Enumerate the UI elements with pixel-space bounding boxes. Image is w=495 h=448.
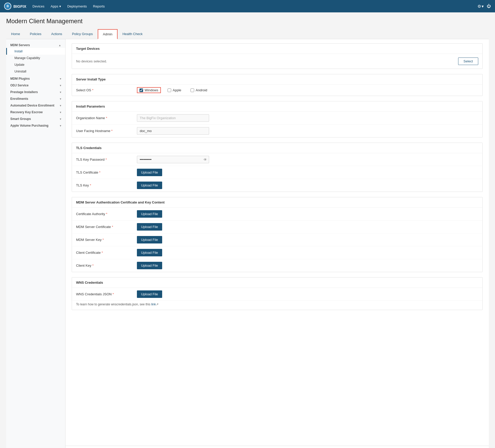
sidebar: MDM Servers ▲ Install Manage Capability … (6, 39, 65, 448)
sidebar-section-label: ODJ Service (10, 84, 29, 87)
target-devices-section: Target Devices No devices selected. Sele… (72, 43, 483, 69)
tls-credentials-title: TLS Credentials (72, 143, 482, 153)
sidebar-section-enrollments[interactable]: Enrollments ▾ (6, 95, 65, 102)
tab-admin[interactable]: Admin (98, 29, 118, 39)
windows-checkbox[interactable] (139, 88, 143, 92)
tab-policy-groups[interactable]: Policy Groups (67, 29, 98, 39)
cert-authority-upload-button[interactable]: Upload File (137, 210, 162, 218)
wns-link[interactable]: link (151, 303, 156, 306)
logo-icon: B (4, 3, 11, 10)
sidebar-section-automated-device-enrollment[interactable]: Automated Device Enrollment ▾ (6, 102, 65, 108)
mdm-server-cert-upload-button[interactable]: Upload File (137, 223, 162, 231)
sidebar-item-uninstall[interactable]: Uninstall (6, 68, 65, 75)
client-cert-upload-button[interactable]: Upload File (137, 249, 162, 256)
tab-home[interactable]: Home (6, 29, 25, 39)
required-marker: * (92, 88, 93, 92)
wns-note-area: To learn how to generate wnscredentials.… (72, 301, 482, 310)
select-os-label: Select OS * (76, 88, 133, 92)
sidebar-section-label: MDM Servers (10, 43, 30, 47)
page-title: Modern Client Management (6, 18, 489, 25)
chevron-down-icon: ▾ (60, 97, 61, 100)
select-os-row: Select OS * Windows Apple (72, 85, 482, 96)
main-layout: MDM Servers ▲ Install Manage Capability … (6, 39, 489, 448)
tls-key-password-input[interactable] (137, 156, 209, 163)
select-devices-button[interactable]: Select (458, 58, 478, 65)
apple-checkbox[interactable] (168, 88, 171, 92)
mdm-auth-section: MDM Server Authentication Certificate an… (72, 197, 483, 272)
os-options: Windows Apple Android (137, 87, 210, 93)
nav-right: ⚙▾ ⏻ (477, 4, 491, 9)
sidebar-section-label: MDM Plugins (10, 77, 30, 80)
nav-devices[interactable]: Devices (32, 4, 44, 8)
nav-deployments[interactable]: Deployments (67, 4, 87, 8)
cert-authority-label: Certificate Authority * (76, 212, 133, 216)
tls-certificate-row: TLS Certificate * Upload File (72, 166, 482, 179)
mdm-server-key-label: MDM Server Key * (76, 238, 133, 242)
sidebar-item-manage-capability[interactable]: Manage Capability (6, 55, 65, 61)
target-devices-title: Target Devices (72, 44, 482, 54)
mdm-server-key-upload-button[interactable]: Upload File (137, 236, 162, 243)
mdm-auth-title: MDM Server Authentication Certificate an… (72, 197, 482, 208)
sidebar-section-label: Prestage Installers (10, 90, 38, 94)
chevron-down-icon: ▾ (60, 104, 61, 107)
client-key-row: Client Key * Upload File (72, 259, 482, 272)
sidebar-item-install[interactable]: Install (6, 48, 65, 55)
wns-credentials-title: WNS Credentials (72, 278, 482, 288)
client-key-label: Client Key * (76, 264, 133, 267)
sidebar-section-smart-groups[interactable]: Smart Groups ▾ (6, 115, 65, 122)
cert-authority-row: Certificate Authority * Upload File (72, 208, 482, 221)
tls-key-upload-button[interactable]: Upload File (137, 182, 162, 189)
hostname-input[interactable] (137, 127, 209, 135)
sidebar-section-apple-volume-purchasing[interactable]: Apple Volume Purchasing ▾ (6, 122, 65, 128)
client-key-upload-button[interactable]: Upload File (137, 262, 162, 269)
toggle-password-icon[interactable]: 👁 (203, 158, 207, 162)
sidebar-section-label: Automated Device Enrollment (10, 104, 54, 107)
apps-dropdown-icon: ▾ (59, 4, 61, 8)
sidebar-section-label: Recovery Key Escrow (10, 110, 43, 114)
install-parameters-section: Install Parameters Organization Name * U… (72, 101, 483, 137)
settings-icon[interactable]: ⚙▾ (477, 4, 484, 9)
mdm-server-cert-row: MDM Server Certificate * Upload File (72, 221, 482, 233)
topnav: B BIGFIX Devices Apps ▾ Deployments Repo… (0, 0, 495, 12)
sidebar-section-label: Apple Volume Purchasing (10, 124, 48, 127)
os-option-windows[interactable]: Windows (137, 87, 161, 93)
no-devices-label: No devices selected. (76, 59, 107, 63)
tab-bar: Home Policies Actions Policy Groups Admi… (6, 29, 489, 39)
mdm-server-key-row: MDM Server Key * Upload File (72, 233, 482, 246)
tls-key-label: TLS Key * (76, 183, 133, 187)
server-install-type-title: Server Install Type (72, 74, 482, 85)
android-checkbox[interactable] (191, 88, 194, 92)
tls-key-row: TLS Key * Upload File (72, 179, 482, 192)
os-option-android[interactable]: Android (188, 87, 210, 93)
page: Modern Client Management Home Policies A… (0, 12, 495, 448)
chevron-down-icon: ▾ (60, 111, 61, 114)
client-cert-label: Client Certificate * (76, 251, 133, 255)
sidebar-item-update[interactable]: Update (6, 61, 65, 68)
nav-apps[interactable]: Apps ▾ (51, 4, 61, 8)
chevron-up-icon: ▲ (59, 44, 61, 47)
tab-actions[interactable]: Actions (46, 29, 67, 39)
os-option-apple[interactable]: Apple (165, 87, 184, 93)
sidebar-section-label: Smart Groups (10, 117, 31, 121)
install-parameters-title: Install Parameters (72, 101, 482, 112)
sidebar-section-odj-service[interactable]: ODJ Service ▾ (6, 82, 65, 88)
power-icon[interactable]: ⏻ (487, 4, 491, 9)
server-install-type-section: Server Install Type Select OS * Windows (72, 74, 483, 96)
sidebar-section-mdm-servers[interactable]: MDM Servers ▲ (6, 41, 65, 48)
wns-json-label: WNS Credentials JSON * (76, 292, 133, 296)
mdm-server-cert-label: MDM Server Certificate * (76, 225, 133, 229)
content-wrapper: Target Devices No devices selected. Sele… (65, 39, 489, 448)
chevron-down-icon: ▾ (60, 118, 61, 120)
org-name-input[interactable] (137, 114, 209, 122)
nav-reports[interactable]: Reports (93, 4, 105, 8)
wns-json-upload-button[interactable]: Upload File (137, 290, 162, 298)
wns-json-row: WNS Credentials JSON * Upload File (72, 288, 482, 301)
org-name-row: Organization Name * (72, 112, 482, 125)
sidebar-section-mdm-plugins[interactable]: MDM Plugins ▾ (6, 75, 65, 82)
tls-certificate-upload-button[interactable]: Upload File (137, 169, 162, 176)
brand-logo: B BIGFIX (4, 3, 26, 10)
tab-health-check[interactable]: Health Check (118, 29, 147, 39)
sidebar-section-prestage-installers[interactable]: Prestage Installers ▾ (6, 88, 65, 95)
tab-policies[interactable]: Policies (25, 29, 46, 39)
sidebar-section-recovery-key-escrow[interactable]: Recovery Key Escrow ▾ (6, 108, 65, 115)
